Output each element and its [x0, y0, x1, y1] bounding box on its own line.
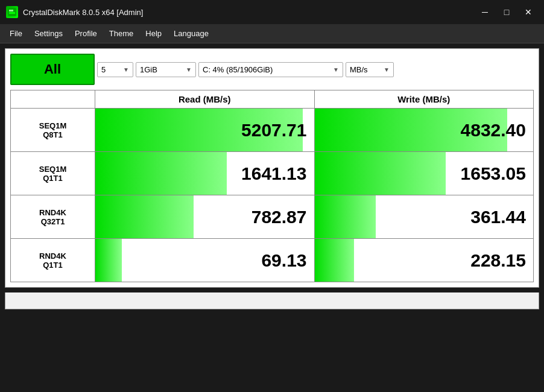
chevron-down-icon: ▼	[123, 66, 129, 73]
menu-help[interactable]: Help	[139, 27, 168, 40]
header-empty	[11, 90, 95, 109]
all-button[interactable]: All	[10, 54, 95, 85]
size-dropdown[interactable]: 1GiB ▼	[136, 62, 196, 77]
header-read: Read (MB/s)	[95, 90, 315, 109]
table-row: RND4KQ1T169.13228.15	[11, 239, 534, 282]
minimize-button[interactable]: ─	[475, 5, 495, 19]
main-content: All 5 ▼ 1GiB ▼ C: 4% (85/1906GiB) ▼ MB/s…	[5, 48, 539, 288]
app-title: CrystalDiskMark 8.0.5 x64 [Admin]	[23, 8, 143, 17]
row-write-1: 1653.05	[314, 152, 534, 195]
menu-profile[interactable]: Profile	[69, 27, 103, 40]
row-label-1: SEQ1MQ1T1	[11, 152, 95, 195]
chevron-down-icon: ▼	[384, 66, 390, 73]
header-write: Write (MB/s)	[314, 90, 534, 109]
table-row: SEQ1MQ1T11641.131653.05	[11, 152, 534, 195]
title-bar: CrystalDiskMark 8.0.5 x64 [Admin] ─ □ ✕	[0, 0, 544, 24]
status-bar	[5, 292, 539, 309]
menu-file[interactable]: File	[4, 27, 28, 40]
row-read-0: 5207.71	[95, 109, 315, 152]
chevron-down-icon: ▼	[186, 66, 192, 73]
app-icon	[6, 6, 18, 18]
close-button[interactable]: ✕	[519, 5, 538, 19]
svg-rect-1	[9, 12, 15, 14]
table-row: RND4KQ32T1782.87361.44	[11, 195, 534, 239]
menu-theme[interactable]: Theme	[103, 27, 139, 40]
row-label-2: RND4KQ32T1	[11, 195, 95, 239]
row-label-0: SEQ1MQ8T1	[11, 109, 95, 152]
results-table: Read (MB/s) Write (MB/s) SEQ1MQ8T15207.7…	[10, 90, 534, 282]
menu-language[interactable]: Language	[168, 27, 215, 40]
row-write-0: 4832.40	[314, 109, 534, 152]
unit-dropdown[interactable]: MB/s ▼	[346, 62, 394, 77]
chevron-down-icon: ▼	[333, 66, 339, 73]
count-dropdown[interactable]: 5 ▼	[97, 62, 133, 77]
drive-dropdown[interactable]: C: 4% (85/1906GiB) ▼	[198, 62, 343, 77]
svg-rect-2	[9, 10, 13, 11]
maximize-button[interactable]: □	[497, 5, 516, 19]
table-row: SEQ1MQ8T15207.714832.40	[11, 109, 534, 152]
row-read-2: 782.87	[95, 195, 315, 239]
row-read-1: 1641.13	[95, 152, 315, 195]
window-controls: ─ □ ✕	[475, 5, 538, 19]
row-read-3: 69.13	[95, 239, 315, 282]
row-label-3: RND4KQ1T1	[11, 239, 95, 282]
menu-settings[interactable]: Settings	[28, 27, 69, 40]
menu-bar: File Settings Profile Theme Help Languag…	[0, 24, 544, 43]
row-write-3: 228.15	[314, 239, 534, 282]
row-write-2: 361.44	[314, 195, 534, 239]
controls-row: All 5 ▼ 1GiB ▼ C: 4% (85/1906GiB) ▼ MB/s…	[10, 54, 534, 85]
